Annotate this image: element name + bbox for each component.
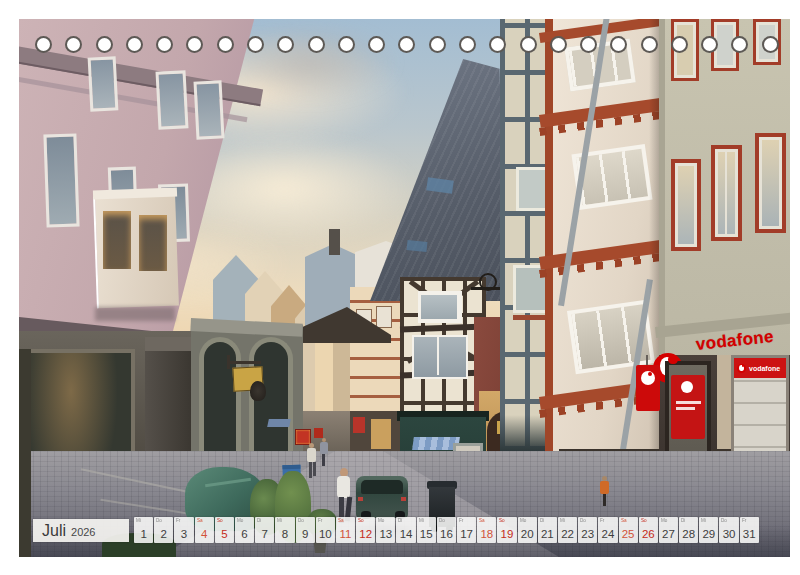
day-number: 22 — [561, 529, 574, 541]
window-header-red: vodafone — [734, 358, 786, 378]
weekday-label: Di — [681, 518, 685, 523]
day-cell: Di7 — [255, 517, 274, 543]
day-number: 16 — [440, 529, 453, 541]
day-number: 31 — [743, 529, 756, 541]
pedestrian-torso — [337, 476, 350, 498]
day-cell: Mi29 — [699, 517, 718, 543]
iron-bracket-curl — [479, 273, 497, 291]
binding-hole — [459, 36, 476, 53]
building-window — [43, 133, 79, 227]
car-taillight — [401, 497, 406, 501]
day-number: 9 — [302, 529, 308, 541]
day-cell: Do16 — [437, 517, 456, 543]
car-rear-window — [361, 480, 403, 494]
day-number: 12 — [359, 529, 372, 541]
weekday-label: Sa — [197, 518, 203, 523]
pedestrian-leg — [603, 494, 606, 506]
day-cell: Do23 — [578, 517, 597, 543]
building-window — [156, 70, 189, 129]
pedestrian-leg — [313, 462, 316, 476]
day-number: 30 — [723, 529, 736, 541]
binding-hole — [701, 36, 718, 53]
day-number: 4 — [201, 529, 207, 541]
day-number: 5 — [221, 529, 227, 541]
day-number: 15 — [420, 529, 433, 541]
binding-hole — [429, 36, 446, 53]
bay-window-glass — [139, 215, 167, 271]
weekday-label: Sa — [479, 518, 485, 523]
day-cell: Di21 — [538, 517, 557, 543]
pedestrian-torso — [320, 442, 328, 454]
day-cell: Fr10 — [316, 517, 335, 543]
weekday-label: Mo — [237, 518, 243, 523]
binding-hole — [489, 36, 506, 53]
day-cell: Mo13 — [376, 517, 395, 543]
chimney — [329, 229, 340, 255]
day-cell: So26 — [639, 517, 658, 543]
day-cell: Fr31 — [740, 517, 759, 543]
day-number: 6 — [241, 529, 247, 541]
binding-hole — [96, 36, 113, 53]
day-number: 25 — [622, 529, 635, 541]
day-number: 17 — [460, 529, 473, 541]
day-number: 28 — [682, 529, 695, 541]
weekday-label: Mi — [419, 518, 424, 523]
day-number: 1 — [140, 529, 146, 541]
window-mullion — [437, 335, 439, 375]
weekday-label: Do — [156, 518, 162, 523]
awning-small — [267, 419, 291, 427]
binding-hole — [126, 36, 143, 53]
weekday-label: Di — [257, 518, 261, 523]
bay-shadow — [95, 307, 175, 321]
pedestrian-leg — [309, 462, 312, 478]
day-cell: So12 — [356, 517, 375, 543]
day-cell: Mi1 — [134, 517, 153, 543]
binding-hole — [398, 36, 415, 53]
day-cell: Sa18 — [477, 517, 496, 543]
day-number: 20 — [521, 529, 534, 541]
day-cell: Do9 — [296, 517, 315, 543]
building-window — [88, 56, 119, 111]
poster-logo-dot — [681, 381, 693, 393]
binding-hole — [762, 36, 779, 53]
day-number: 14 — [400, 529, 413, 541]
sign-bracket — [227, 361, 261, 364]
building-window — [194, 80, 225, 139]
binding-hole — [217, 36, 234, 53]
red-shop-sign — [295, 429, 311, 445]
binding-hole — [247, 36, 264, 53]
weekday-label: Di — [540, 518, 544, 523]
binding-hole — [641, 36, 658, 53]
day-cell: Mi22 — [558, 517, 577, 543]
weekday-label: So — [641, 518, 647, 523]
day-number: 29 — [702, 529, 715, 541]
red-shop-sign — [353, 417, 365, 433]
day-number: 3 — [181, 529, 187, 541]
day-row: Mi1Do2Fr3Sa4So5Mo6Di7Mi8Do9Fr10Sa11So12M… — [134, 517, 759, 543]
day-number: 24 — [602, 529, 615, 541]
poster-text-line — [676, 401, 701, 404]
day-number: 19 — [501, 529, 514, 541]
year-label: 2026 — [71, 526, 95, 538]
red-shop-sign — [314, 428, 323, 438]
weekday-label: Mi — [136, 518, 141, 523]
bell-lamp — [250, 381, 266, 401]
weekday-label: Mo — [661, 518, 667, 523]
poster-text-line — [676, 407, 695, 410]
window-mullion — [725, 151, 727, 235]
day-number: 18 — [480, 529, 493, 541]
day-number: 11 — [339, 529, 351, 541]
house-window — [412, 335, 468, 379]
vodafone-window-text: vodafone — [749, 365, 780, 372]
day-cell: Sa11 — [336, 517, 355, 543]
binding-hole — [671, 36, 688, 53]
weekday-label: Fr — [176, 518, 180, 523]
tower-window — [516, 167, 548, 211]
day-cell: Di28 — [679, 517, 698, 543]
day-number: 10 — [319, 529, 332, 541]
house-window — [376, 306, 392, 328]
day-cell: So5 — [215, 517, 234, 543]
weekday-label: Do — [298, 518, 304, 523]
sign-bracket — [646, 355, 648, 365]
day-cell: Fr17 — [457, 517, 476, 543]
